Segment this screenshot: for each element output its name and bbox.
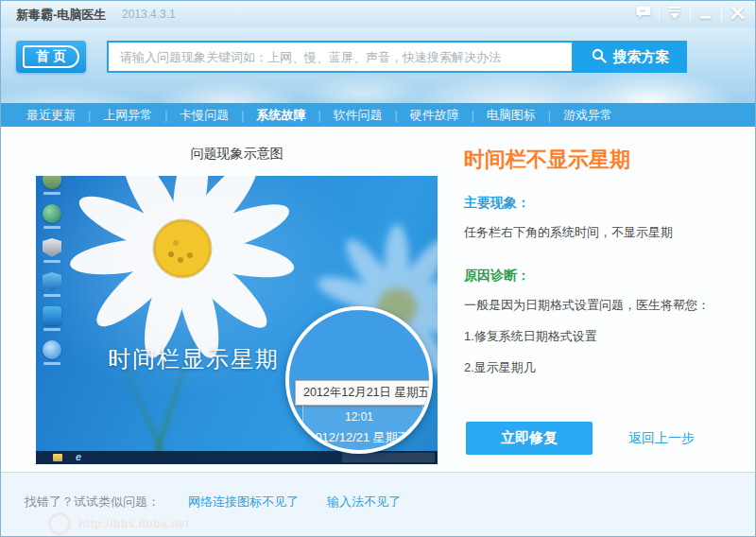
desktop-icon [42, 238, 62, 263]
search-band: 首 页 搜索方案 [1, 27, 755, 103]
fix-step: 1.修复系统日期格式设置 [464, 328, 743, 345]
illustration-caption: 时间栏显示星期 [108, 344, 280, 374]
illustration-heading: 问题现象示意图 [36, 146, 438, 163]
control-separator [659, 8, 660, 21]
ie-icon: e [76, 451, 81, 462]
nav-item-hardware-faults[interactable]: 硬件故障 [408, 107, 461, 124]
clock-date: 2012/12/21 星期五 [289, 429, 429, 446]
app-version: 2013.4.3.1 [122, 8, 176, 21]
app-window: 新毒霸-电脑医生 2013.4.3.1 [0, 0, 756, 537]
similar-questions-row: 找错了？试试类似问题： 网络连接图标不见了 输入法不见了 [25, 494, 401, 511]
nav-separator: | [164, 109, 167, 122]
nav-item-desktop-icons[interactable]: 电脑图标 [485, 107, 538, 124]
watermark-logo-icon [48, 512, 71, 535]
clock-time: 12:01 [289, 410, 429, 424]
similar-prompt: 找错了？试试类似问题： [25, 494, 160, 511]
fix-step: 2.显示星期几 [464, 359, 743, 376]
nav-separator: | [241, 109, 244, 122]
desktop-icon [42, 340, 62, 365]
desktop-icon-column [42, 176, 62, 365]
nav-separator: | [88, 109, 91, 122]
search-input[interactable] [107, 41, 574, 73]
nav-item-recent-updates[interactable]: 最近更新 [25, 107, 77, 124]
home-button-label: 首 页 [23, 45, 79, 68]
daisy-flower [69, 176, 296, 362]
desktop-icon [42, 306, 62, 331]
category-navbar: 最近更新 | 上网异常 | 卡慢问题 | 系统故障 | 软件问题 | 硬件故障 … [1, 103, 755, 127]
desktop-icon [42, 176, 62, 195]
magnifier-circle: 2012年12月21日 星期五 12:01 2012/12/21 星期五 [285, 306, 433, 454]
minimize-button[interactable] [694, 4, 718, 25]
detail-panel: 时间栏不显示星期 主要现象： 任务栏右下角的系统时间，不显示星期 原因诊断： 一… [464, 146, 743, 376]
taskbar: e [36, 451, 438, 464]
speech-bubble-icon [636, 6, 651, 23]
symptom-heading: 主要现象： [464, 195, 743, 212]
back-link[interactable]: 返回上一步 [628, 430, 695, 447]
control-separator [690, 8, 691, 21]
footer: 找错了？试试类似问题： 网络连接图标不见了 输入法不见了 http://bbs.… [1, 472, 755, 537]
fix-now-button[interactable]: 立即修复 [466, 422, 593, 455]
watermark: http://bbs.duba.net [48, 512, 189, 535]
similar-link-network-icon[interactable]: 网络连接图标不见了 [188, 494, 299, 511]
diagnosis-text: 一般是因为日期格式设置问题，医生将帮您： [464, 297, 743, 314]
nav-separator: | [395, 109, 398, 122]
problem-title: 时间栏不显示星期 [464, 146, 743, 174]
problem-illustration: 时间栏显示星期 e 2012年12月21日 星期五 12:01 2012/12/… [36, 176, 438, 464]
search-button-label: 搜索方案 [613, 48, 670, 66]
nav-separator: | [548, 109, 551, 122]
search-button[interactable]: 搜索方案 [574, 41, 687, 73]
nav-item-network-issues[interactable]: 上网异常 [101, 107, 154, 124]
app-title: 新毒霸-电脑医生 [16, 7, 106, 24]
skin-menu-button[interactable] [662, 4, 687, 25]
desktop-icon [42, 272, 62, 297]
nav-separator: | [472, 109, 474, 122]
close-icon [731, 6, 744, 23]
window-controls [631, 1, 749, 27]
nav-separator: | [318, 109, 320, 122]
feedback-button[interactable] [631, 4, 656, 25]
symptom-text: 任务栏右下角的系统时间，不显示星期 [464, 224, 743, 241]
skin-menu-icon [667, 6, 682, 23]
nav-item-software-issues[interactable]: 软件问题 [332, 107, 385, 124]
close-button[interactable] [725, 4, 749, 25]
titlebar: 新毒霸-电脑医生 2013.4.3.1 [1, 1, 755, 27]
nav-item-game-issues[interactable]: 游戏异常 [561, 107, 614, 124]
system-tray [342, 453, 435, 462]
watermark-url: http://bbs.duba.net [78, 517, 189, 530]
desktop-icon [42, 204, 62, 229]
similar-link-input-method[interactable]: 输入法不见了 [327, 494, 401, 511]
nav-item-slowness-issues[interactable]: 卡慢问题 [178, 107, 231, 124]
folder-icon [53, 454, 62, 461]
main-content: 问题现象示意图 [1, 127, 755, 472]
control-separator [721, 8, 722, 21]
action-row: 立即修复 返回上一步 [466, 422, 695, 455]
minimize-icon [700, 6, 712, 23]
diagnosis-heading: 原因诊断： [464, 268, 743, 285]
nav-item-system-faults[interactable]: 系统故障 [254, 107, 307, 124]
home-button[interactable]: 首 页 [16, 41, 86, 73]
date-tooltip: 2012年12月21日 星期五 [295, 380, 433, 406]
search-icon [592, 48, 607, 66]
